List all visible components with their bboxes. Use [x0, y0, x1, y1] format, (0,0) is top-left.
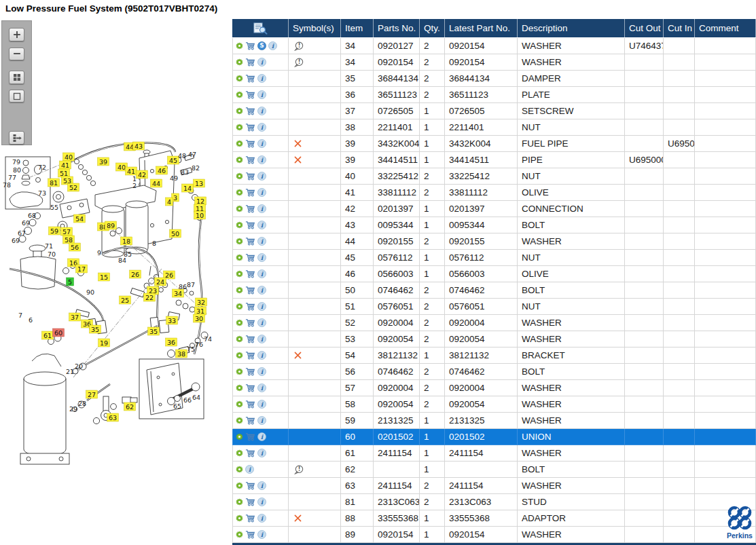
diagram-callout[interactable]: 44	[151, 179, 162, 187]
info-icon[interactable]	[257, 318, 266, 327]
diagram-callout[interactable]: 58	[63, 236, 75, 244]
supersession-icon[interactable]	[257, 41, 266, 50]
diagram-callout[interactable]: 21	[66, 368, 74, 375]
table-row[interactable]: 393432K00413432K004FUEL PIPEU695000	[232, 136, 756, 152]
diagram-callout[interactable]: 68	[28, 212, 36, 219]
table-row[interactable]: 44092015520920155WASHER	[232, 233, 756, 250]
diagram-callout[interactable]: 42	[137, 170, 148, 178]
diagram-callout[interactable]: 75	[187, 345, 195, 353]
info-icon[interactable]	[257, 90, 266, 99]
diagram-callout[interactable]: 12	[195, 197, 206, 205]
col-header-cut_out[interactable]: Cut Out	[625, 19, 664, 37]
diagram-callout[interactable]: 71	[45, 242, 53, 250]
diagram-callout[interactable]: 39	[98, 157, 109, 166]
diagram-callout[interactable]: 29	[69, 405, 77, 413]
diagram-callout[interactable]: 18	[121, 237, 132, 245]
diagram-callout[interactable]: 41	[126, 167, 137, 175]
gear-icon[interactable]	[236, 42, 243, 50]
gear-icon[interactable]	[236, 270, 243, 278]
info-icon[interactable]	[257, 237, 266, 246]
info-icon[interactable]	[245, 465, 254, 474]
info-icon[interactable]	[257, 351, 266, 360]
add-to-cart-icon[interactable]	[245, 302, 255, 311]
info-icon[interactable]	[257, 221, 266, 229]
diagram-callout[interactable]: 41	[60, 161, 71, 169]
info-icon[interactable]	[257, 253, 266, 262]
add-to-cart-icon[interactable]	[245, 172, 255, 181]
diagram-callout[interactable]: 80	[13, 166, 21, 174]
add-to-cart-icon[interactable]	[245, 514, 255, 523]
diagram-callout[interactable]: 26	[130, 270, 141, 278]
gear-icon[interactable]	[236, 303, 243, 310]
gear-icon[interactable]	[236, 221, 243, 229]
gear-icon[interactable]	[236, 449, 243, 457]
table-row[interactable]: 51057605120576051NUT	[232, 299, 756, 315]
table-row[interactable]: 34092015420920154WASHER	[232, 54, 756, 71]
diagram-callout[interactable]: 35	[148, 327, 160, 335]
table-row[interactable]: 3636511123236511123PLATE	[232, 87, 756, 103]
add-to-cart-icon[interactable]	[245, 286, 255, 295]
diagram-callout[interactable]: 69	[22, 219, 30, 227]
add-to-cart-icon[interactable]	[245, 335, 255, 343]
gear-icon[interactable]	[236, 172, 243, 180]
diagram-callout[interactable]: 13	[194, 179, 205, 187]
info-icon[interactable]	[257, 302, 266, 311]
diagram-callout[interactable]: 87	[187, 281, 195, 288]
diagram-callout[interactable]: 38	[176, 350, 187, 358]
table-row[interactable]: 812313C06322313C063STUD	[232, 494, 756, 510]
add-to-cart-icon[interactable]	[245, 90, 255, 99]
add-to-cart-icon[interactable]	[245, 155, 255, 164]
gear-icon[interactable]	[236, 466, 243, 473]
table-row[interactable]: 3934414511134414511PIPEU695000	[232, 152, 756, 168]
gear-icon[interactable]	[236, 107, 243, 115]
info-icon[interactable]	[257, 58, 266, 67]
diagram-callout[interactable]: 5	[67, 278, 74, 286]
diagram-callout[interactable]: 37	[69, 313, 81, 321]
table-row[interactable]: 50074646220746462BOLT	[232, 282, 756, 299]
table-row[interactable]: 43009534410095344BOLT	[232, 217, 756, 233]
diagram-callout[interactable]: 51	[58, 169, 70, 177]
gear-icon[interactable]	[236, 368, 243, 375]
info-icon[interactable]	[257, 530, 266, 539]
info-icon[interactable]	[257, 335, 266, 343]
diagram-callout[interactable]: 54	[74, 214, 86, 223]
col-header-item[interactable]: Item	[341, 19, 374, 37]
diagram-callout[interactable]: 82	[192, 164, 200, 172]
add-to-cart-icon[interactable]	[245, 416, 255, 425]
diagram-callout[interactable]: 45	[168, 156, 179, 164]
table-row[interactable]: 57092000420920004WASHER	[232, 380, 756, 396]
diagram-callout[interactable]: 22	[144, 293, 156, 301]
info-icon[interactable]	[257, 497, 266, 506]
add-to-cart-icon[interactable]	[245, 269, 255, 278]
gear-icon[interactable]	[236, 58, 243, 66]
diagram-callout[interactable]: 55	[50, 204, 58, 211]
diagram-callout[interactable]: 47	[188, 151, 196, 158]
info-icon[interactable]	[257, 139, 266, 148]
diagram-callout[interactable]: 10	[194, 211, 206, 219]
diagram-callout[interactable]: 70	[48, 250, 56, 258]
diagram-callout[interactable]: 36	[166, 338, 177, 346]
info-icon[interactable]	[268, 41, 277, 50]
col-header-desc[interactable]: Description	[518, 19, 625, 37]
diagram-callout[interactable]: 28	[78, 400, 86, 407]
info-icon[interactable]	[257, 204, 266, 213]
diagram-callout[interactable]: 65	[173, 402, 181, 410]
table-row[interactable]: 59213132512131325WASHER	[232, 413, 756, 429]
diagram-callout[interactable]: 20	[75, 362, 83, 370]
diagram-callout[interactable]: 25	[120, 296, 131, 304]
diagram-callout[interactable]: 74	[204, 335, 212, 343]
diagram-callout[interactable]: 81	[48, 178, 60, 187]
diagram-callout[interactable]: 49	[170, 174, 178, 182]
diagram-callout[interactable]: 72	[38, 164, 46, 171]
col-header-cut_in[interactable]: Cut In	[664, 19, 695, 37]
add-to-cart-icon[interactable]	[245, 481, 255, 490]
add-to-cart-icon[interactable]	[245, 367, 255, 376]
diagram-callout[interactable]: 61	[42, 331, 54, 339]
diagram-callout[interactable]: 83	[181, 168, 189, 176]
diagram-callout[interactable]: 63	[107, 413, 119, 421]
parts-diagram[interactable]: 7980777872738140415153523955545957585668…	[0, 19, 232, 545]
table-row[interactable]: 53092005420920054WASHER	[232, 331, 756, 347]
diagram-callout[interactable]: 90	[86, 288, 94, 296]
table-row[interactable]: 63241115422411154WASHER	[232, 478, 756, 494]
diagram-callout[interactable]: 32	[196, 298, 207, 306]
